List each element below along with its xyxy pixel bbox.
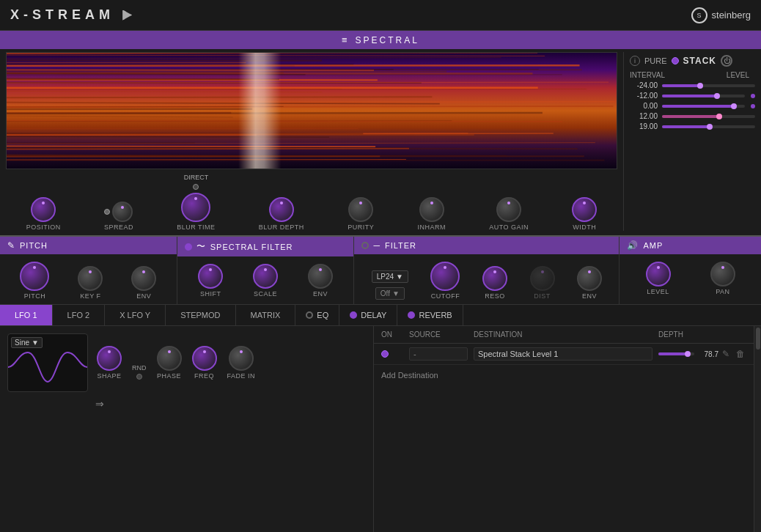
- interval-slider-3[interactable]: [662, 115, 755, 118]
- lfo-shape-knob[interactable]: [97, 346, 122, 371]
- stack-panel: i PURE STACK ⏻ INTERVAL LEVEL -24.00 -12…: [623, 52, 755, 231]
- filter-mode-select[interactable]: Off ▼: [375, 287, 405, 300]
- eq-power-dot: [306, 311, 313, 319]
- blur-depth-label: BLUR DEPTH: [259, 223, 304, 231]
- interval-val-3: 12.00: [630, 112, 658, 120]
- interval-slider-0[interactable]: [662, 84, 755, 87]
- spectrogram: [6, 52, 617, 169]
- shift-knob[interactable]: [198, 264, 223, 289]
- freq-label: FREQ: [194, 372, 214, 380]
- pitch-env-knob[interactable]: [131, 266, 156, 291]
- tab-matrix[interactable]: MATRIX: [236, 305, 296, 325]
- blur-time-knob[interactable]: [181, 193, 210, 222]
- dist-knob[interactable]: [530, 266, 555, 291]
- bottom-tabs-row: LFO 1 LFO 2 X LFO Y STEPMOD MATRIX EQ DE…: [0, 305, 761, 326]
- position-knob[interactable]: [31, 197, 56, 222]
- spread-knob[interactable]: [112, 202, 133, 222]
- blur-depth-knob[interactable]: [269, 197, 294, 222]
- tab-xlfo[interactable]: X LFO Y: [105, 305, 166, 325]
- filter-power[interactable]: [361, 242, 369, 249]
- pan-label: PAN: [716, 288, 729, 295]
- cutoff-knob[interactable]: [430, 262, 460, 291]
- interval-val-4: 19.00: [630, 122, 658, 130]
- rnd-group: RND: [132, 364, 147, 380]
- width-knob[interactable]: [572, 197, 597, 222]
- position-knob-group: POSITION: [26, 197, 61, 231]
- depth-slider-0[interactable]: [658, 352, 694, 355]
- tab-reverb-label: REVERB: [419, 311, 452, 319]
- interval-val-0: -24.00: [630, 81, 658, 89]
- sf-env-knob[interactable]: [308, 264, 333, 289]
- matrix-row-0: - Spectral Stack Level 1 78.7 ✎ 🗑: [374, 344, 754, 365]
- interval-slider-1[interactable]: [662, 95, 745, 97]
- pitch-knob-label: PITCH: [24, 292, 46, 300]
- filter-env-label: ENV: [582, 292, 597, 300]
- edit-icon-0[interactable]: ✎: [722, 349, 732, 359]
- keyf-knob[interactable]: [78, 266, 103, 291]
- interval-row-4: 19.00: [630, 122, 755, 130]
- matrix-on-dot-0[interactable]: [381, 350, 389, 358]
- scale-knob[interactable]: [253, 264, 278, 289]
- tab-lfo1[interactable]: LFO 1: [0, 305, 53, 325]
- delete-icon-0[interactable]: 🗑: [736, 349, 746, 359]
- lfo-shape-select[interactable]: Sine ▼: [11, 337, 43, 348]
- fadein-knob[interactable]: [229, 346, 254, 371]
- stack-power-button[interactable]: ⏻: [721, 55, 732, 67]
- info-button[interactable]: i: [630, 56, 640, 66]
- tab-stepmod[interactable]: STEPMOD: [166, 305, 235, 325]
- matrix-depth-0: 78.7 ✎ 🗑: [658, 349, 746, 359]
- rnd-dot[interactable]: [136, 374, 142, 380]
- tab-reverb[interactable]: REVERB: [397, 305, 463, 325]
- filter-env-knob-group: ENV: [577, 266, 602, 300]
- tab-delay-label: DELAY: [361, 311, 386, 319]
- keyf-knob-group: KEY F: [78, 266, 103, 300]
- filter-env-knob[interactable]: [577, 266, 602, 291]
- blur-time-knob-group: DIRECT BLUR TIME: [177, 174, 215, 231]
- position-label: POSITION: [26, 223, 61, 231]
- purity-knob[interactable]: [348, 197, 373, 222]
- lfo-content: Sine ▼ SHAPE RND: [7, 333, 366, 392]
- filter-knobs: LP24 ▼ Off ▼ CUTOFF RESO DIST: [354, 254, 619, 304]
- reso-knob-group: RESO: [482, 266, 507, 300]
- level-knob[interactable]: [646, 262, 671, 287]
- tab-lfo2[interactable]: LFO 2: [53, 305, 106, 325]
- matrix-col-depth-header: DEPTH: [658, 330, 746, 339]
- reso-knob[interactable]: [482, 266, 507, 291]
- filter-title: FILTER: [385, 241, 416, 250]
- lfo-arrow-icon: ⇒: [95, 398, 104, 410]
- spectral-filter-power[interactable]: [185, 243, 192, 251]
- play-icon[interactable]: [122, 10, 132, 21]
- filter-type-select[interactable]: LP24 ▼: [372, 270, 408, 283]
- shift-label: SHIFT: [200, 290, 221, 298]
- filter-type-label: LP24: [377, 273, 394, 281]
- interval-row-1: -12.00: [630, 92, 755, 100]
- bottom-panel: Sine ▼ SHAPE RND: [0, 326, 761, 532]
- tab-eq-label: EQ: [317, 311, 328, 319]
- shift-knob-group: SHIFT: [198, 264, 223, 298]
- pitch-knob[interactable]: [20, 262, 49, 291]
- add-destination-button[interactable]: Add Destination: [374, 365, 754, 385]
- tab-delay[interactable]: DELAY: [339, 305, 397, 325]
- freq-knob[interactable]: [192, 346, 217, 371]
- purity-knob-group: PURITY: [348, 197, 374, 231]
- interval-slider-4[interactable]: [662, 125, 755, 128]
- auto-gain-knob[interactable]: [496, 197, 521, 222]
- interval-val-2: 0.00: [630, 102, 658, 110]
- stack-label: STACK: [683, 56, 716, 66]
- level-label: LEVEL: [647, 288, 669, 295]
- interval-row-2: 0.00: [630, 102, 755, 110]
- lfo-shape-arrow: ▼: [32, 339, 39, 347]
- delay-power-dot: [350, 311, 357, 319]
- pan-knob[interactable]: [710, 262, 735, 287]
- matrix-dest-0[interactable]: Spectral Stack Level 1: [474, 347, 652, 361]
- filter-mode-arrow: ▼: [392, 289, 400, 298]
- inharm-knob[interactable]: [419, 197, 444, 222]
- phase-knob[interactable]: [157, 346, 182, 371]
- matrix-scrollbar[interactable]: [754, 326, 761, 532]
- depth-val-0: 78.7: [698, 350, 718, 358]
- interval-row-0: -24.00: [630, 81, 755, 89]
- direct-dot: [193, 184, 199, 190]
- matrix-source-0[interactable]: -: [409, 347, 468, 361]
- tab-eq[interactable]: EQ: [295, 305, 339, 325]
- interval-slider-2[interactable]: [662, 105, 745, 108]
